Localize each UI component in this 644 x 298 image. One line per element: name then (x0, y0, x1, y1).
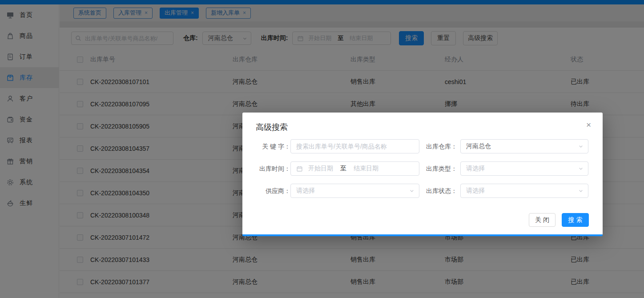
modal-date-range-picker[interactable]: 开始日期 至 结束日期 (290, 161, 419, 176)
modal-supplier-label: 供应商： (250, 184, 290, 198)
modal-warehouse-label: 出库仓库： (416, 139, 457, 153)
modal-date-to-label: 至 (340, 165, 346, 173)
modal-supplier-select[interactable]: 请选择 (290, 184, 419, 198)
modal-status-select[interactable]: 请选择 (460, 184, 588, 198)
chevron-down-icon (409, 188, 415, 193)
modal-supplier-placeholder: 请选择 (296, 187, 315, 195)
modal-warehouse-select[interactable]: 河南总仓 (460, 139, 588, 153)
keyword-input[interactable] (290, 139, 419, 153)
modal-search-button[interactable]: 搜 索 (562, 213, 589, 227)
keyword-input-wrapper (290, 139, 419, 153)
advanced-search-modal: 高级搜索 × 关 键 字： 出库仓库： 河南总仓 出库时间： 开始日期 至 结束… (242, 113, 603, 236)
modal-title: 高级搜索 (256, 122, 288, 133)
chevron-down-icon (578, 144, 584, 149)
keyword-label: 关 键 字： (250, 139, 290, 153)
modal-date-start-placeholder[interactable]: 开始日期 (308, 165, 333, 173)
modal-warehouse-value: 河南总仓 (466, 142, 491, 150)
close-icon[interactable]: × (586, 121, 591, 129)
calendar-icon (296, 165, 303, 172)
modal-type-label: 出库类型： (416, 161, 457, 176)
modal-type-placeholder: 请选择 (466, 165, 485, 173)
modal-status-label: 出库状态： (416, 184, 457, 198)
modal-type-select[interactable]: 请选择 (460, 161, 588, 176)
modal-close-button[interactable]: 关 闭 (529, 213, 555, 227)
chevron-down-icon (578, 188, 584, 193)
chevron-down-icon (578, 166, 584, 171)
modal-status-placeholder: 请选择 (466, 187, 485, 195)
modal-date-end-placeholder[interactable]: 结束日期 (354, 165, 378, 173)
modal-time-label: 出库时间： (250, 161, 290, 176)
